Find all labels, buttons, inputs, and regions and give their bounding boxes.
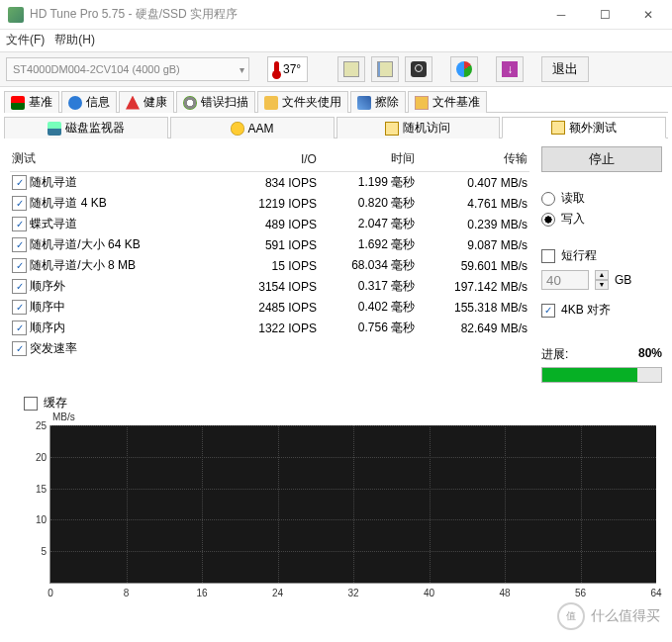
random-icon: [385, 122, 399, 136]
test-name: 随机寻道/大小 8 MB: [30, 258, 136, 272]
y-axis-unit: MB/s: [52, 412, 75, 422]
watermark: 值 什么值得买: [557, 602, 660, 630]
watermark-badge: 值: [557, 602, 585, 630]
table-row[interactable]: 随机寻道/大小 64 KB591 IOPS1.692 毫秒9.087 MB/s: [10, 234, 529, 255]
short-stroke-input[interactable]: [541, 270, 589, 290]
tab-health[interactable]: 健康: [119, 91, 174, 113]
y-tick: 15: [27, 483, 47, 494]
row-checkbox[interactable]: [12, 300, 27, 315]
cell-transfer: 9.087 MB/s: [417, 234, 529, 255]
cell-io: [229, 338, 319, 359]
table-row[interactable]: 蝶式寻道489 IOPS2.047 毫秒0.239 MB/s: [10, 214, 529, 234]
minimize-tray-button[interactable]: [496, 56, 524, 82]
row-checkbox[interactable]: [12, 321, 27, 335]
row-checkbox[interactable]: [12, 237, 27, 252]
app-icon: [8, 7, 24, 23]
cell-io: 1322 IOPS: [229, 318, 319, 338]
tab-erase[interactable]: 擦除: [350, 91, 406, 113]
spin-down[interactable]: ▼: [595, 280, 609, 290]
save-button[interactable]: [371, 56, 399, 82]
tab-info[interactable]: 信息: [61, 91, 117, 113]
cell-io: 1219 IOPS: [229, 193, 319, 214]
side-panel: 停止 读取 写入 短行程 ▲▼ GB 4KB 对齐 进展: 80%: [541, 146, 662, 383]
maximize-button[interactable]: ☐: [583, 1, 626, 29]
results-table: 测试 I/O 时间 传输 随机寻道834 IOPS1.199 毫秒0.407 M…: [10, 146, 529, 359]
cell-transfer: 4.761 MB/s: [417, 193, 529, 214]
cell-time: 68.034 毫秒: [319, 255, 417, 276]
gear-icon: [456, 61, 472, 77]
tab-error-scan[interactable]: 错误扫描: [176, 91, 255, 113]
table-row[interactable]: 随机寻道 4 KB1219 IOPS0.820 毫秒4.761 MB/s: [10, 193, 529, 214]
tab-benchmark[interactable]: 基准: [4, 91, 59, 113]
minimize-button[interactable]: ─: [539, 1, 583, 29]
radio-read[interactable]: 读取: [541, 190, 662, 207]
table-row[interactable]: 顺序内1322 IOPS0.756 毫秒82.649 MB/s: [10, 318, 529, 338]
scan-icon: [183, 96, 197, 110]
row-checkbox[interactable]: [12, 175, 27, 190]
cell-time: 0.402 毫秒: [319, 297, 417, 318]
erase-icon: [357, 96, 371, 110]
tab-disk-monitor[interactable]: 磁盘监视器: [4, 117, 168, 138]
table-row[interactable]: 突发速率: [10, 338, 529, 359]
copy-icon: [343, 61, 359, 77]
radio-write[interactable]: 写入: [541, 211, 662, 228]
table-row[interactable]: 顺序外3154 IOPS0.317 毫秒197.142 MB/s: [10, 276, 529, 297]
cell-time: 2.047 毫秒: [319, 214, 417, 234]
menu-help[interactable]: 帮助(H): [54, 32, 95, 49]
row-checkbox[interactable]: [12, 258, 27, 273]
temperature-display: 37°: [267, 56, 308, 82]
menu-file[interactable]: 文件(F): [6, 32, 45, 49]
y-tick: 5: [27, 546, 47, 557]
stop-button[interactable]: 停止: [541, 146, 662, 172]
cell-time: [319, 338, 417, 359]
copy-button[interactable]: [337, 56, 365, 82]
x-tick: 24: [272, 588, 283, 598]
col-time[interactable]: 时间: [319, 146, 417, 172]
cell-time: 0.317 毫秒: [319, 276, 417, 297]
cell-transfer: 197.142 MB/s: [417, 276, 529, 297]
table-row[interactable]: 随机寻道834 IOPS1.199 毫秒0.407 MB/s: [10, 172, 529, 194]
progress-bar: [541, 367, 662, 383]
table-row[interactable]: 顺序中2485 IOPS0.402 毫秒155.318 MB/s: [10, 297, 529, 318]
cell-transfer: 59.601 MB/s: [417, 255, 529, 276]
checkbox-4kb-align[interactable]: 4KB 对齐: [541, 302, 662, 319]
row-checkbox[interactable]: [12, 217, 27, 231]
row-checkbox[interactable]: [12, 279, 27, 294]
col-io[interactable]: I/O: [229, 146, 319, 172]
content-area: 测试 I/O 时间 传输 随机寻道834 IOPS1.199 毫秒0.407 M…: [0, 138, 672, 387]
tab-file-benchmark[interactable]: 文件基准: [408, 91, 487, 113]
cell-transfer: 155.318 MB/s: [417, 297, 529, 318]
tab-extra-tests[interactable]: 额外测试: [502, 117, 666, 138]
camera-icon: [411, 61, 427, 77]
screenshot-button[interactable]: [405, 56, 432, 82]
row-checkbox[interactable]: [12, 196, 27, 211]
exit-button[interactable]: 退出: [541, 56, 589, 82]
x-tick: 40: [424, 588, 434, 598]
test-name: 顺序外: [30, 279, 65, 293]
col-test[interactable]: 测试: [10, 146, 229, 172]
col-transfer[interactable]: 传输: [417, 146, 529, 172]
table-row[interactable]: 随机寻道/大小 8 MB15 IOPS68.034 毫秒59.601 MB/s: [10, 255, 529, 276]
test-name: 突发速率: [30, 341, 77, 355]
cell-io: 591 IOPS: [229, 234, 319, 255]
options-button[interactable]: [450, 56, 478, 82]
gb-label: GB: [615, 273, 631, 287]
transfer-chart: MB/s 5101520250816243240485664: [49, 425, 656, 584]
test-name: 顺序内: [30, 321, 65, 334]
checkbox-cache[interactable]: 缓存: [24, 395, 656, 412]
tab-folder-usage[interactable]: 文件夹使用: [257, 91, 348, 113]
spin-up[interactable]: ▲: [595, 270, 609, 280]
download-icon: [502, 61, 518, 77]
row-checkbox[interactable]: [12, 341, 27, 356]
drive-select[interactable]: ST4000DM004-2CV104 (4000 gB): [6, 57, 249, 81]
tab-random-access[interactable]: 随机访问: [336, 117, 501, 138]
y-tick: 10: [27, 514, 47, 525]
cell-time: 0.820 毫秒: [319, 193, 417, 214]
file-icon: [415, 96, 429, 110]
test-name: 随机寻道/大小 64 KB: [30, 237, 140, 251]
info-icon: [68, 96, 82, 110]
cell-time: 0.756 毫秒: [319, 318, 417, 338]
checkbox-short-stroke[interactable]: 短行程: [541, 247, 662, 264]
tab-aam[interactable]: AAM: [170, 117, 335, 138]
close-button[interactable]: ✕: [626, 1, 670, 29]
